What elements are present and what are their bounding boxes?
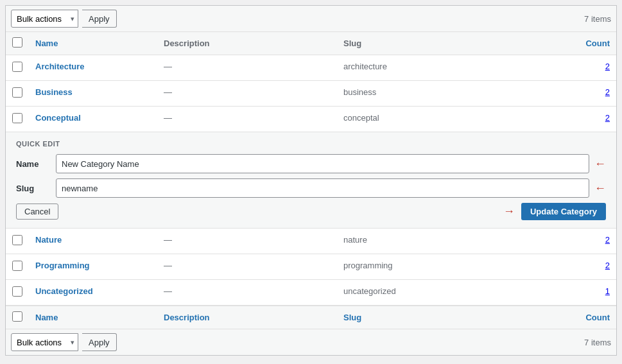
- update-action-wrap: Update Category: [503, 203, 606, 220]
- bottom-bulk-actions-select[interactable]: Bulk actions: [11, 333, 78, 351]
- row-slug-uncategorized: uncategorized: [337, 280, 530, 306]
- top-items-count: 7 items: [584, 14, 611, 24]
- table-row: Business — business 2: [6, 81, 616, 107]
- quick-edit-name-input[interactable]: [56, 154, 589, 173]
- row-cb-uncategorized: [6, 280, 29, 306]
- quick-edit-box: QUICK EDIT Name Slug: [6, 132, 616, 228]
- row-cb-conceptual: [6, 107, 29, 132]
- top-toolbar: Bulk actions Apply 7 items: [6, 6, 616, 32]
- row-cb-architecture: [6, 55, 29, 81]
- quick-edit-name-field: Name: [16, 154, 606, 173]
- top-toolbar-left: Bulk actions Apply: [11, 10, 117, 28]
- footer-col-count: Count: [530, 306, 616, 329]
- footer-col-desc: Description: [157, 306, 337, 329]
- row-checkbox-conceptual[interactable]: [12, 113, 22, 123]
- footer-col-slug: Slug: [337, 306, 530, 329]
- row-count-architecture: 2: [530, 55, 616, 81]
- count-link-programming[interactable]: 2: [605, 261, 610, 270]
- table-row: Conceptual — conceptal 2: [6, 107, 616, 132]
- top-bulk-dropdown-wrap: Bulk actions: [11, 10, 78, 28]
- bottom-items-count: 7 items: [584, 338, 611, 347]
- select-all-checkbox[interactable]: [12, 37, 22, 48]
- row-desc-uncategorized: —: [157, 280, 337, 306]
- top-bulk-actions-select[interactable]: Bulk actions: [11, 10, 78, 28]
- count-link-architecture[interactable]: 2: [605, 62, 610, 71]
- row-name-business: Business: [29, 81, 157, 107]
- quick-edit-slug-input[interactable]: [56, 178, 589, 198]
- row-slug-business: business: [337, 81, 530, 107]
- categories-table: Name Description Slug Count Architecture…: [6, 32, 616, 329]
- row-desc-business: —: [157, 81, 337, 107]
- col-header-description: Description: [157, 32, 337, 55]
- footer-col-name: Name: [29, 306, 157, 329]
- col-header-name: Name: [29, 32, 157, 55]
- row-desc-conceptual: —: [157, 107, 337, 132]
- row-desc-programming: —: [157, 254, 337, 280]
- count-link-uncategorized[interactable]: 1: [605, 286, 610, 296]
- row-desc-nature: —: [157, 229, 337, 254]
- conceptual-link[interactable]: Conceptual: [35, 113, 81, 123]
- row-name-nature: Nature: [29, 229, 157, 254]
- quick-edit-title: QUICK EDIT: [16, 140, 606, 148]
- count-link-nature[interactable]: 2: [605, 235, 610, 245]
- footer-select-all-checkbox[interactable]: [12, 311, 22, 322]
- col-header-slug: Slug: [337, 32, 530, 55]
- table-row: Nature — nature 2: [6, 229, 616, 254]
- row-checkbox-programming[interactable]: [12, 261, 22, 271]
- quick-edit-slug-field: Slug: [16, 178, 606, 198]
- architecture-link[interactable]: Architecture: [35, 62, 85, 71]
- row-name-programming: Programming: [29, 254, 157, 280]
- table-footer-header-row: Name Description Slug Count: [6, 306, 616, 329]
- slug-input-wrap: [56, 178, 606, 198]
- business-link[interactable]: Business: [35, 87, 73, 97]
- nature-link[interactable]: Nature: [35, 235, 62, 245]
- row-cb-programming: [6, 254, 29, 280]
- row-checkbox-nature[interactable]: [12, 235, 22, 245]
- bottom-apply-button[interactable]: Apply: [82, 333, 117, 351]
- row-checkbox-architecture[interactable]: [12, 62, 22, 72]
- programming-link[interactable]: Programming: [35, 261, 90, 270]
- row-count-business: 2: [530, 81, 616, 107]
- row-checkbox-uncategorized[interactable]: [12, 286, 22, 297]
- select-all-header: [6, 32, 29, 55]
- slug-arrow-icon: [594, 182, 606, 195]
- top-apply-button[interactable]: Apply: [82, 10, 117, 28]
- row-checkbox-business[interactable]: [12, 87, 22, 98]
- count-link-business[interactable]: 2: [605, 87, 610, 97]
- update-category-button[interactable]: Update Category: [521, 203, 606, 220]
- uncategorized-link[interactable]: Uncategorized: [35, 286, 93, 296]
- count-link-conceptual[interactable]: 2: [605, 113, 610, 123]
- table-row: Uncategorized — uncategorized 1: [6, 280, 616, 306]
- table-row: Architecture — architecture 2: [6, 55, 616, 81]
- row-count-programming: 2: [530, 254, 616, 280]
- bottom-bulk-dropdown-wrap: Bulk actions: [11, 333, 78, 351]
- row-slug-programming: programming: [337, 254, 530, 280]
- row-count-nature: 2: [530, 229, 616, 254]
- cancel-button[interactable]: Cancel: [16, 204, 58, 220]
- row-slug-nature: nature: [337, 229, 530, 254]
- update-arrow-icon: [503, 205, 515, 218]
- row-count-uncategorized: 1: [530, 280, 616, 306]
- row-count-conceptual: 2: [530, 107, 616, 132]
- name-arrow-icon: [594, 157, 606, 171]
- bottom-toolbar: Bulk actions Apply 7 items: [6, 329, 616, 355]
- row-cb-business: [6, 81, 29, 107]
- footer-select-all: [6, 306, 29, 329]
- row-slug-architecture: architecture: [337, 55, 530, 81]
- col-header-count: Count: [530, 32, 616, 55]
- row-name-architecture: Architecture: [29, 55, 157, 81]
- quick-edit-row: QUICK EDIT Name Slug: [6, 132, 616, 229]
- table-header-row: Name Description Slug Count: [6, 32, 616, 55]
- name-input-wrap: [56, 154, 606, 173]
- row-name-conceptual: Conceptual: [29, 107, 157, 132]
- row-slug-conceptual: conceptal: [337, 107, 530, 132]
- row-cb-nature: [6, 229, 29, 254]
- table-row: Programming — programming 2: [6, 254, 616, 280]
- quick-edit-name-label: Name: [16, 159, 48, 169]
- quick-edit-actions: Cancel Update Category: [16, 203, 606, 220]
- row-name-uncategorized: Uncategorized: [29, 280, 157, 306]
- bottom-toolbar-left: Bulk actions Apply: [11, 333, 117, 351]
- quick-edit-slug-label: Slug: [16, 184, 48, 193]
- row-desc-architecture: —: [157, 55, 337, 81]
- quick-edit-cell: QUICK EDIT Name Slug: [6, 132, 616, 229]
